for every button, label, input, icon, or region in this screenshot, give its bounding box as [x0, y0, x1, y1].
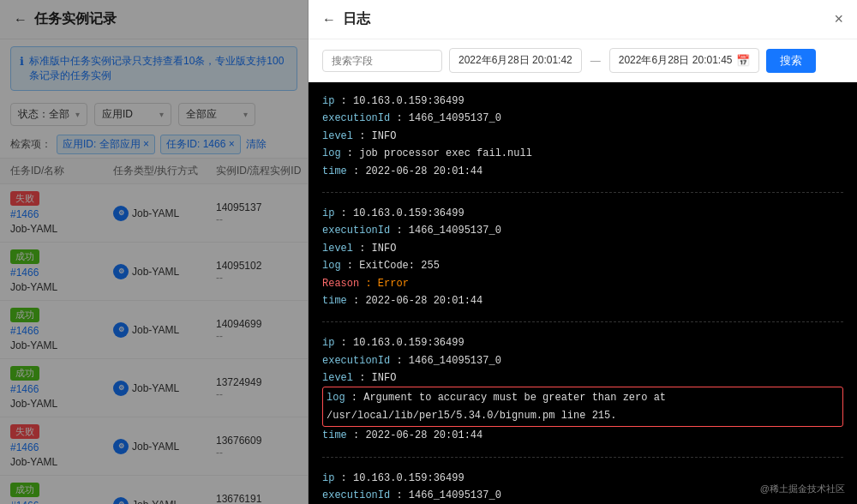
- log-val: : job processor exec fail.null: [341, 147, 532, 159]
- log-val: : 2022-06-28 20:01:44: [347, 165, 482, 177]
- log-line: executionId : 1466_14095137_0: [322, 222, 843, 239]
- log-key: executionId: [322, 112, 390, 124]
- log-highlighted-line: log : Argument to accuracy must be great…: [322, 387, 843, 427]
- log-val: : 2022-06-28 20:01:44: [347, 295, 482, 307]
- search-button[interactable]: 搜索: [766, 49, 816, 73]
- log-key: ip: [322, 95, 334, 107]
- log-body: ip : 10.163.0.159:36499executionId : 146…: [309, 82, 857, 504]
- search-input[interactable]: [322, 50, 442, 72]
- log-key: ip: [322, 472, 334, 484]
- modal-close-button[interactable]: ×: [834, 10, 843, 28]
- log-key: level: [322, 243, 353, 255]
- log-val: : 10.163.0.159:36499: [334, 337, 464, 349]
- modal-back-button[interactable]: ←: [322, 12, 336, 27]
- calendar-icon: 📅: [736, 54, 750, 67]
- log-key: time: [322, 165, 347, 177]
- log-key: executionId: [322, 489, 390, 501]
- log-entry: ip : 10.163.0.159:36499executionId : 146…: [322, 93, 843, 193]
- log-line: level : INFO: [322, 128, 843, 145]
- log-val: : 10.163.0.159:36499: [334, 207, 464, 219]
- log-line: log : job processor exec fail.null: [322, 145, 843, 162]
- log-line: ip : 10.163.0.159:36499: [322, 93, 843, 110]
- modal-title: 日志: [343, 10, 370, 28]
- log-val: : Argument to accuracy must be greater t…: [327, 392, 666, 421]
- modal-title-row: ← 日志: [322, 10, 370, 28]
- date-end-value: 2022年6月28日 20:01:45: [619, 53, 733, 68]
- log-key: log: [327, 392, 345, 404]
- log-key: log: [322, 260, 341, 272]
- log-line: ip : 10.163.0.159:36499: [322, 334, 843, 351]
- log-key: ip: [322, 207, 334, 219]
- log-key: time: [322, 429, 347, 441]
- log-val: : Error: [359, 278, 409, 290]
- log-line: Reason : Error: [322, 275, 843, 292]
- log-val: : INFO: [353, 130, 396, 142]
- search-bar: 2022年6月28日 20:01:42 — 2022年6月28日 20:01:4…: [309, 39, 857, 82]
- log-entry: ip : 10.163.0.159:36499executionId : 146…: [322, 205, 843, 322]
- log-val: : 10.163.0.159:36499: [334, 95, 464, 107]
- log-key: Reason: [322, 278, 359, 290]
- log-line: level : INFO: [322, 240, 843, 257]
- date-end-picker[interactable]: 2022年6月28日 20:01:45 📅: [609, 48, 759, 73]
- log-line: log : Argument to accuracy must be great…: [322, 387, 843, 427]
- log-val: : 2022-06-28 20:01:44: [347, 429, 482, 441]
- log-val: : 1466_14095137_0: [390, 112, 501, 124]
- log-modal: ← 日志 × 2022年6月28日 20:01:42 — 2022年6月28日 …: [309, 0, 857, 504]
- log-line: executionId : 1466_14095137_0: [322, 352, 843, 369]
- log-line: time : 2022-06-28 20:01:44: [322, 427, 843, 444]
- log-key: executionId: [322, 355, 390, 367]
- log-val: : 1466_14095137_0: [390, 355, 501, 367]
- log-line: log : ExitCode: 255: [322, 257, 843, 274]
- log-key: log: [322, 147, 341, 159]
- log-line: ip : 10.163.0.159:36499: [322, 205, 843, 222]
- watermark: @稀土掘金技术社区: [755, 481, 850, 497]
- log-val: : ExitCode: 255: [341, 260, 440, 272]
- log-val: : INFO: [353, 243, 396, 255]
- log-line: time : 2022-06-28 20:01:44: [322, 292, 843, 309]
- log-val: : INFO: [353, 372, 396, 384]
- log-line: level : INFO: [322, 369, 843, 387]
- log-val: : 10.163.0.159:36499: [334, 472, 464, 484]
- log-key: time: [322, 295, 347, 307]
- log-key: ip: [322, 337, 334, 349]
- log-line: executionId : 1466_14095137_0: [322, 110, 843, 127]
- date-start-value: 2022年6月28日 20:01:42: [458, 53, 572, 68]
- log-key: level: [322, 372, 353, 384]
- log-line: time : 2022-06-28 20:01:44: [322, 163, 843, 180]
- date-separator: —: [590, 55, 601, 67]
- log-entry: ip : 10.163.0.159:36499executionId : 146…: [322, 334, 843, 457]
- log-key: level: [322, 130, 353, 142]
- date-start-picker[interactable]: 2022年6月28日 20:01:42: [449, 48, 582, 73]
- log-val: : 1466_14095137_0: [390, 489, 501, 501]
- log-key: executionId: [322, 225, 390, 237]
- overlay: [0, 0, 309, 504]
- modal-header: ← 日志 ×: [309, 0, 857, 39]
- log-val: : 1466_14095137_0: [390, 225, 501, 237]
